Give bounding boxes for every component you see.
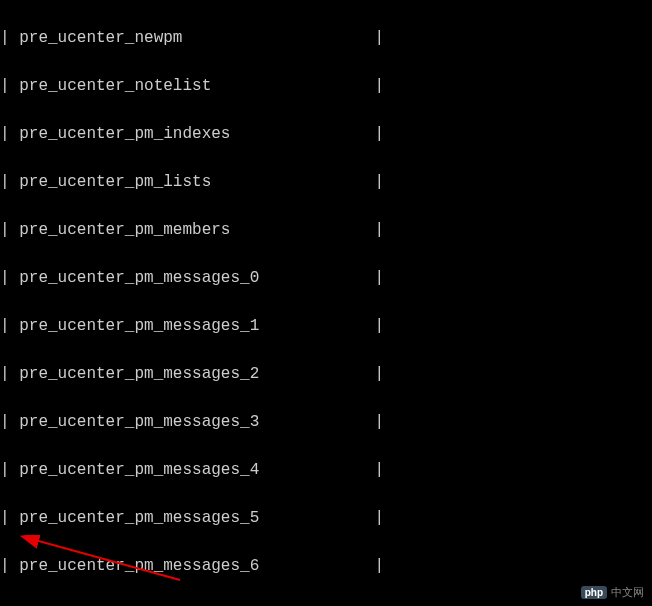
table-row: | pre_ucenter_pm_indexes | [0, 122, 652, 146]
table-row: | pre_ucenter_pm_messages_6 | [0, 554, 652, 578]
table-row: | pre_ucenter_newpm | [0, 26, 652, 50]
table-row: | pre_ucenter_pm_messages_5 | [0, 506, 652, 530]
table-row: | pre_ucenter_pm_members | [0, 218, 652, 242]
table-row: | pre_ucenter_pm_lists | [0, 170, 652, 194]
table-row: | pre_ucenter_pm_messages_4 | [0, 458, 652, 482]
table-row: | pre_ucenter_pm_messages_3 | [0, 410, 652, 434]
watermark-logo: php [581, 586, 607, 599]
table-row: | pre_ucenter_pm_messages_2 | [0, 362, 652, 386]
watermark-text: 中文网 [611, 585, 644, 600]
terminal-output: | pre_ucenter_newpm | | pre_ucenter_note… [0, 2, 652, 606]
table-row: | pre_ucenter_pm_messages_0 | [0, 266, 652, 290]
table-row: | pre_ucenter_notelist | [0, 74, 652, 98]
table-row: | pre_ucenter_pm_messages_1 | [0, 314, 652, 338]
watermark: php 中文网 [581, 585, 644, 600]
table-row: | pre_ucenter_pm_messages_7 | [0, 602, 652, 606]
